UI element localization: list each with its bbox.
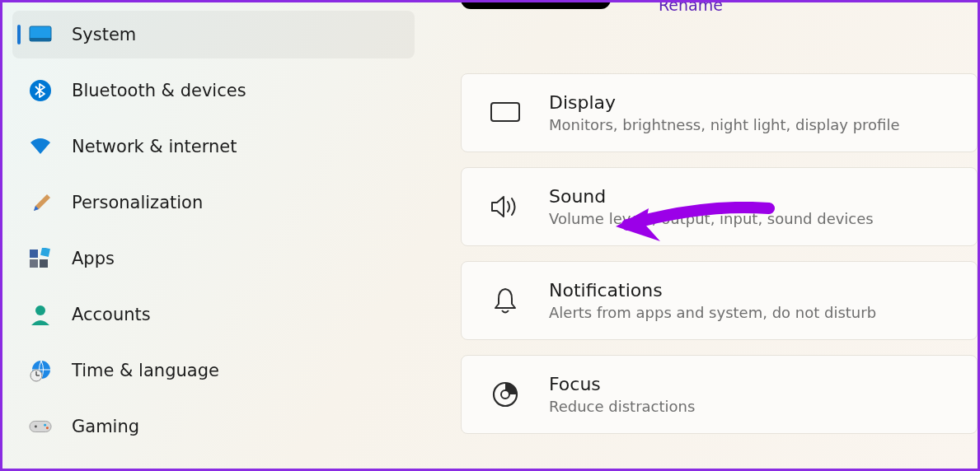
wifi-icon xyxy=(29,135,52,158)
svg-rect-3 xyxy=(30,249,38,258)
monitor-icon xyxy=(29,23,52,46)
bell-icon xyxy=(486,282,524,319)
sidebar-item-gaming[interactable]: Gaming xyxy=(12,403,415,450)
card-title: Display xyxy=(549,92,900,113)
card-subtitle: Volume levels, output, input, sound devi… xyxy=(549,210,874,227)
sidebar-item-time-language[interactable]: Time & language xyxy=(12,347,415,394)
sidebar-item-apps[interactable]: Apps xyxy=(12,235,415,282)
card-text: Notifications Alerts from apps and syste… xyxy=(549,280,876,321)
card-sound[interactable]: Sound Volume levels, output, input, soun… xyxy=(461,167,978,246)
person-icon xyxy=(29,303,52,326)
card-title: Focus xyxy=(549,374,695,394)
settings-sidebar: System Bluetooth & devices Network & int… xyxy=(12,11,415,459)
bluetooth-icon xyxy=(29,79,52,102)
globe-clock-icon xyxy=(29,359,52,382)
card-text: Display Monitors, brightness, night ligh… xyxy=(549,92,900,133)
svg-rect-1 xyxy=(30,38,51,41)
card-display[interactable]: Display Monitors, brightness, night ligh… xyxy=(461,73,978,152)
settings-window: System Bluetooth & devices Network & int… xyxy=(0,0,980,471)
settings-main: Rename Display Monitors, brightness, nig… xyxy=(461,2,978,469)
card-text: Sound Volume levels, output, input, soun… xyxy=(549,186,874,227)
svg-rect-5 xyxy=(30,259,38,268)
sidebar-item-label: Apps xyxy=(72,249,115,268)
svg-rect-13 xyxy=(30,421,51,431)
sidebar-item-network[interactable]: Network & internet xyxy=(12,123,415,170)
svg-point-16 xyxy=(46,427,49,429)
card-text: Focus Reduce distractions xyxy=(549,374,695,415)
svg-rect-4 xyxy=(40,248,50,257)
svg-point-19 xyxy=(501,390,509,399)
card-subtitle: Reduce distractions xyxy=(549,398,695,415)
sidebar-item-personalization[interactable]: Personalization xyxy=(12,179,415,226)
sidebar-item-label: System xyxy=(72,25,136,44)
sound-icon xyxy=(486,188,524,226)
sidebar-item-label: Personalization xyxy=(72,193,203,212)
header-strip: Rename xyxy=(461,2,978,16)
svg-point-7 xyxy=(35,305,45,315)
svg-rect-6 xyxy=(40,259,48,268)
sidebar-item-bluetooth[interactable]: Bluetooth & devices xyxy=(12,67,415,114)
card-title: Notifications xyxy=(549,280,876,301)
focus-icon xyxy=(486,375,524,413)
sidebar-item-label: Time & language xyxy=(72,361,219,380)
card-subtitle: Alerts from apps and system, do not dist… xyxy=(549,304,876,321)
display-icon xyxy=(486,94,524,132)
sidebar-item-label: Network & internet xyxy=(72,137,237,156)
device-name-redacted xyxy=(461,0,611,9)
card-subtitle: Monitors, brightness, night light, displ… xyxy=(549,116,900,133)
rename-link[interactable]: Rename xyxy=(659,0,723,14)
svg-point-15 xyxy=(44,424,46,427)
apps-icon xyxy=(29,247,52,270)
sidebar-item-system[interactable]: System xyxy=(12,11,415,58)
card-focus[interactable]: Focus Reduce distractions xyxy=(461,355,978,434)
sidebar-item-accounts[interactable]: Accounts xyxy=(12,291,415,338)
svg-point-14 xyxy=(35,426,37,428)
card-notifications[interactable]: Notifications Alerts from apps and syste… xyxy=(461,261,978,340)
gamepad-icon xyxy=(29,415,52,438)
system-cards: Display Monitors, brightness, night ligh… xyxy=(461,73,978,449)
card-title: Sound xyxy=(549,186,874,207)
svg-rect-17 xyxy=(491,103,519,121)
sidebar-item-label: Accounts xyxy=(72,305,151,324)
sidebar-item-label: Bluetooth & devices xyxy=(72,81,246,100)
sidebar-item-label: Gaming xyxy=(72,417,139,436)
brush-icon xyxy=(29,191,52,214)
